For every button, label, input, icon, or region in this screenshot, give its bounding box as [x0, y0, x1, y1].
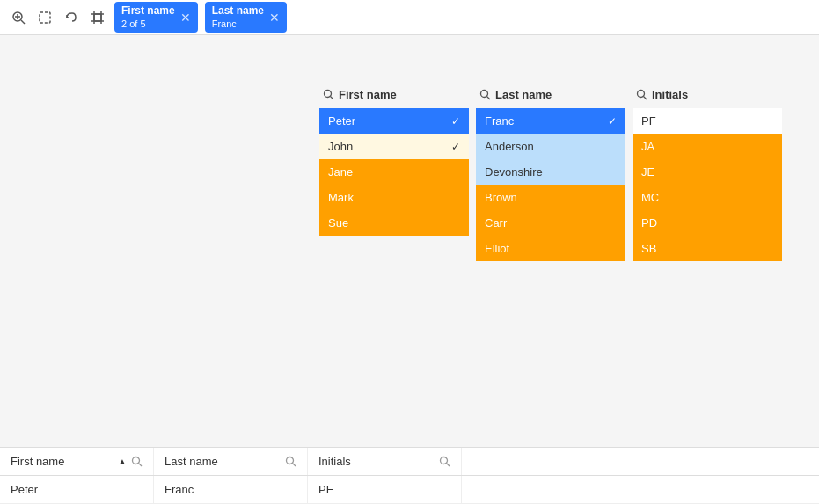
column-lastname: Last name Franc ✓ Anderson Devonshire Br… — [476, 88, 625, 261]
col-header-lastname-label: Last name — [495, 88, 552, 101]
list-item-je[interactable]: JE — [633, 159, 782, 185]
col-header-firstname-label: First name — [339, 88, 397, 101]
col-header-initials-label: Initials — [652, 88, 688, 101]
svg-point-10 — [325, 91, 332, 98]
checkmark-franc: ✓ — [608, 115, 617, 128]
td-lastname: Franc — [154, 476, 308, 503]
th-lastname: Last name — [154, 448, 308, 475]
list-item-mc[interactable]: MC — [633, 185, 782, 210]
filter-tag-firstname-sub: 2 of 5 — [121, 18, 175, 30]
list-item-mark[interactable]: Mark — [319, 185, 469, 210]
filter-panel: First name Peter ✓ John ✓ Jane Mark Sue — [319, 88, 782, 261]
svg-line-19 — [293, 464, 296, 467]
list-item-elliot[interactable]: Elliot — [476, 236, 625, 261]
list-item-brown[interactable]: Brown — [476, 185, 625, 210]
th-lastname-label: Last name — [165, 455, 218, 468]
column-firstname: First name Peter ✓ John ✓ Jane Mark Sue — [319, 88, 469, 261]
filter-tag-lastname-sub: Franc — [212, 18, 264, 30]
zoom-fit-icon[interactable] — [35, 8, 55, 27]
filter-tag-lastname[interactable]: Last name Franc ✕ — [205, 2, 287, 33]
list-item-ja[interactable]: JA — [633, 134, 782, 159]
search-icon-initials — [636, 89, 647, 100]
filter-tag-lastname-title: Last name — [212, 4, 264, 18]
filter-tag-firstname-close[interactable]: ✕ — [180, 11, 191, 24]
bottom-table: First name ▲ Last name Initials — [0, 447, 819, 504]
svg-line-1 — [21, 20, 25, 24]
undo-icon[interactable] — [62, 8, 81, 27]
svg-point-18 — [287, 457, 294, 464]
list-item-sb[interactable]: SB — [633, 236, 782, 261]
th-initials: Initials — [308, 448, 462, 475]
search-icon-th-lastname[interactable] — [285, 456, 296, 467]
col-header-initials: Initials — [633, 88, 782, 108]
svg-rect-4 — [40, 12, 50, 23]
sort-arrow-firstname[interactable]: ▲ — [118, 457, 127, 466]
filter-tag-firstname-title: First name — [121, 4, 175, 18]
list-item-jane[interactable]: Jane — [319, 159, 469, 185]
search-icon — [323, 89, 334, 100]
list-item-pf[interactable]: PF — [633, 108, 782, 134]
th-firstname: First name ▲ — [0, 448, 154, 475]
filter-tag-lastname-close[interactable]: ✕ — [269, 11, 280, 24]
table-header: First name ▲ Last name Initials — [0, 448, 819, 476]
list-item-john[interactable]: John ✓ — [319, 134, 469, 159]
svg-point-14 — [638, 91, 645, 98]
td-firstname: Peter — [0, 476, 154, 503]
svg-point-20 — [441, 457, 448, 464]
search-icon-lastname — [479, 89, 491, 100]
th-initials-label: Initials — [318, 455, 351, 468]
column-initials: Initials PF JA JE MC PD SB — [633, 88, 782, 261]
list-item-pd[interactable]: PD — [633, 210, 782, 236]
search-icon-th-initials[interactable] — [439, 456, 450, 467]
checkmark-john: ✓ — [451, 141, 460, 153]
list-item-devonshire[interactable]: Devonshire — [476, 159, 625, 185]
search-icon-th-firstname[interactable] — [131, 456, 143, 467]
toolbar: First name 2 of 5 ✕ Last name Franc ✕ — [0, 0, 819, 35]
svg-point-12 — [481, 91, 488, 98]
zoom-reset-icon[interactable] — [9, 8, 28, 27]
svg-line-13 — [487, 97, 491, 100]
table-row[interactable]: Peter Franc PF — [0, 476, 819, 504]
svg-point-16 — [133, 457, 140, 464]
list-item-sue[interactable]: Sue — [319, 210, 469, 236]
svg-line-21 — [447, 464, 450, 467]
col-header-lastname: Last name — [476, 88, 625, 108]
crop-icon[interactable] — [88, 8, 107, 27]
list-item-peter[interactable]: Peter ✓ — [319, 108, 469, 134]
td-initials: PF — [308, 476, 462, 503]
checkmark-peter: ✓ — [451, 115, 460, 128]
list-item-carr[interactable]: Carr — [476, 210, 625, 236]
svg-line-11 — [331, 97, 334, 100]
list-item-anderson[interactable]: Anderson — [476, 134, 625, 159]
svg-line-17 — [139, 464, 143, 467]
svg-rect-5 — [94, 14, 101, 21]
filter-tag-firstname[interactable]: First name 2 of 5 ✕ — [114, 2, 198, 33]
th-firstname-label: First name — [11, 455, 64, 468]
main-area: First name Peter ✓ John ✓ Jane Mark Sue — [0, 35, 819, 504]
list-item-franc[interactable]: Franc ✓ — [476, 108, 625, 134]
svg-line-15 — [644, 97, 647, 100]
col-header-firstname: First name — [319, 88, 469, 108]
